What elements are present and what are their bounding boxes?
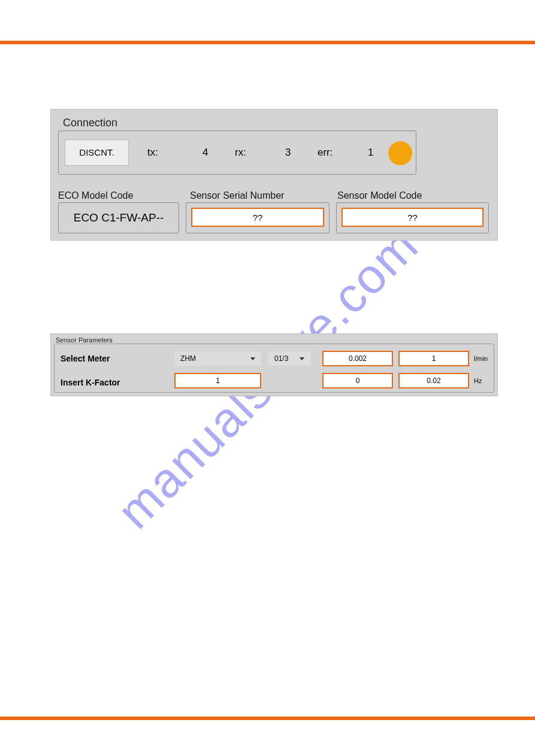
tx-label: tx:	[147, 147, 158, 159]
sensor-model-code-box: ??	[336, 202, 489, 233]
freq-min-input[interactable]: 0	[322, 373, 393, 388]
select-meter-label: Select Meter	[61, 354, 110, 363]
freq-unit-label: Hz	[474, 377, 482, 384]
flow-max-input[interactable]: 1	[398, 351, 469, 366]
status-indicator-icon	[388, 141, 412, 165]
connection-panel: Connection DISCNT. tx: 4 rx: 3 err: 1 EC…	[50, 109, 498, 241]
sensor-serial-number-label: Sensor Serial Number	[190, 190, 284, 201]
tx-value: 4	[202, 147, 208, 159]
rx-label: rx:	[235, 147, 246, 159]
disconnect-button[interactable]: DISCNT.	[65, 139, 129, 166]
k-factor-input[interactable]: 1	[174, 373, 261, 388]
connection-title: Connection	[63, 117, 117, 129]
meter-size-dropdown[interactable]: 01/3	[268, 351, 310, 366]
eco-model-code-value: ECO C1-FW-AP--	[74, 211, 164, 224]
sensor-parameters-title: Sensor Parameters	[56, 336, 113, 344]
sensor-parameters-inner: Select Meter Insert K-Factor ZHM 01/3 1 …	[54, 344, 494, 393]
err-label: err:	[318, 147, 333, 159]
meter-size-value: 01/3	[274, 354, 288, 363]
sensor-model-code-input[interactable]: ??	[341, 208, 483, 227]
top-border-bar	[0, 41, 535, 44]
bottom-border-bar	[0, 716, 535, 720]
flow-unit-label: l/min	[474, 355, 488, 362]
freq-max-input[interactable]: 0.02	[398, 373, 469, 388]
rx-value: 3	[285, 147, 291, 159]
meter-type-value: ZHM	[180, 354, 196, 363]
eco-model-code-label: ECO Model Code	[58, 190, 133, 201]
flow-min-input[interactable]: 0.002	[322, 351, 393, 366]
meter-type-dropdown[interactable]: ZHM	[174, 351, 261, 366]
sensor-model-code-label: Sensor Model Code	[337, 190, 422, 201]
sensor-parameters-panel: Sensor Parameters Select Meter Insert K-…	[50, 333, 498, 396]
err-value: 1	[368, 147, 373, 159]
connection-status-box: DISCNT. tx: 4 rx: 3 err: 1	[58, 130, 416, 175]
eco-model-code-box: ECO C1-FW-AP--	[58, 202, 179, 233]
insert-k-factor-label: Insert K-Factor	[61, 378, 120, 387]
sensor-serial-number-input[interactable]: ??	[191, 208, 324, 227]
sensor-serial-number-box: ??	[186, 202, 330, 233]
